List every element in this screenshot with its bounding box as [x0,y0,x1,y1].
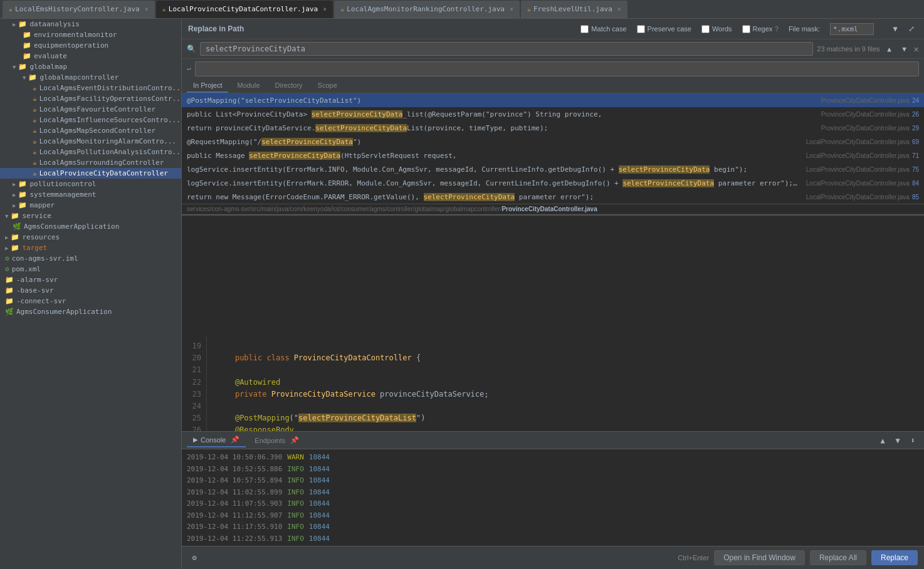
sidebar-item-dataanalysis[interactable]: 📁 dataanalysis [0,19,181,29]
sidebar-item-label: con-agms-svr.iml [12,254,78,263]
result-row[interactable]: return provinceCityDataService.selectPro… [182,121,924,135]
sidebar-item-LocalAgmsFavourite[interactable]: ☕ LocalAgmsFavouriteController [0,104,181,115]
arrow-icon [13,21,16,28]
tab-console[interactable]: ▶ Console 📌 [187,433,246,447]
sidebar-item-service[interactable]: 📁 service [0,211,181,221]
sidebar-item-environmentalmonitor[interactable]: 📁 environmentalmonitor [0,29,181,40]
result-row[interactable]: @RequestMapping("/selectProvinceCityData… [182,135,924,149]
filter-icon[interactable]: ▼ [889,23,901,35]
sidebar-item-evaluate[interactable]: 📁 evaluate [0,51,181,61]
sidebar-item-LocalAgmsInfluence[interactable]: ☕ LocalAgmsInfluenceSourcesContro... [0,115,181,125]
preserve-case-option[interactable]: Preserve case [637,25,691,33]
log-row: 2019-12-04 11:02:55.899 INFO 10844 [182,487,924,499]
tab-close-icon[interactable]: × [617,6,621,13]
tab-scope[interactable]: Scope [312,79,344,93]
file-mask-input[interactable] [830,23,874,35]
match-case-option[interactable]: Match case [580,25,626,33]
sidebar-item-LocalAgmsMapSecond[interactable]: ☕ LocalAgmsMapSecondController [0,125,181,136]
xml-icon: ⚙ [5,265,9,273]
sidebar-item-LocalAgmsPollution[interactable]: ☕ LocalAgmsPollutionAnalysisContro... [0,147,181,157]
sidebar-item-base-svr[interactable]: 📁 -base-svr [0,285,181,296]
arrow-icon [13,192,16,198]
sidebar-item-LocalAgmsEventDistribution[interactable]: ☕ LocalAgmsEventDistributionContro... [0,83,181,93]
result-file: LocalProvinceCityDataController.java69 [806,138,919,145]
sidebar-item-label: globalmap [29,63,67,71]
sidebar-item-LocalAgmsFacility[interactable]: ☕ LocalAgmsFacilityOperationsContr... [0,93,181,104]
replace-button[interactable]: Replace [871,550,918,565]
tab-close-icon[interactable]: × [323,6,327,13]
log-pid: 10844 [309,522,330,533]
log-level: INFO [287,522,304,533]
tab-module[interactable]: Module [231,79,266,93]
result-row[interactable]: logService.insertEntity(ErrorMark.INFO, … [182,162,924,176]
result-row[interactable]: return new Message(ErrorCodeEnum.PARAM_E… [182,190,924,204]
log-level: INFO [287,534,304,545]
scroll-up-btn[interactable]: ▲ [876,434,889,447]
regex-checkbox[interactable] [742,25,750,33]
match-count: 23 matches in 9 files [817,45,879,53]
result-row[interactable]: @PostMapping("selectProvinceCityDataList… [182,93,924,107]
sidebar-item-globalmap[interactable]: 📁 globalmap [0,61,181,72]
replace-all-button[interactable]: Replace All [810,550,866,565]
sidebar-item-LocalProvinceCity[interactable]: ☕ LocalProvinceCityDataController [0,168,181,179]
preserve-case-checkbox[interactable] [637,25,645,33]
regex-option[interactable]: Regex ? [742,25,779,33]
result-row[interactable]: logService.insertEntity(ErrorMark.ERROR,… [182,176,924,190]
sidebar-item-globalmapcontroller[interactable]: 📁 globalmapcontroller [0,72,181,83]
tab-FreshLevelUtil[interactable]: ☕ FreshLevelUtil.java × [521,1,627,18]
sidebar-item-label: pom.xml [12,265,41,273]
sidebar-item-systemmanagement[interactable]: 📁 systemmanagement [0,189,181,200]
sidebar-item-equipmentoperation[interactable]: 📁 equipmentoperation [0,40,181,51]
tab-LocalProvinceCityDataController[interactable]: ☕ LocalProvinceCityDataController.java × [156,1,333,18]
result-row[interactable]: public List<ProvinceCityData> selectProv… [182,107,924,121]
settings-icon[interactable]: ⚙ [188,551,201,564]
sidebar-item-LocalAgmsMonitoringAlarm[interactable]: ☕ LocalAgmsMonitoringAlarmContro... [0,136,181,147]
result-row[interactable]: public Message selectProvinceCityData(Ht… [182,149,924,162]
sidebar-item-LocalAgmsSurrounding[interactable]: ☕ LocalAgmsSurroundingController [0,157,181,168]
tab-in-project[interactable]: In Project [187,79,228,93]
code-area: 97 98 logService.insertEntity(ErrorMark.… [182,19,924,431]
sidebar-item-connect-svr[interactable]: 📁 -connect-svr [0,296,181,306]
open-in-find-window-button[interactable]: Open in Find Window [714,550,805,565]
path-bar: services/con-agms-svr/src/main/java/com/… [182,204,924,214]
match-case-label: Match case [591,25,626,33]
tab-close-icon[interactable]: × [510,6,513,13]
expand-icon[interactable]: ⤢ [905,23,918,35]
tab-directory[interactable]: Directory [269,79,309,93]
next-match-btn[interactable]: ▼ [899,43,910,55]
sidebar-item-AgmsConsumerApp1[interactable]: 🌿 AgmsConsumerApplication [0,221,181,232]
pin-icon[interactable]: 📌 [290,436,299,444]
prev-match-btn[interactable]: ▲ [884,43,895,55]
log-pid: 10844 [309,452,330,463]
close-search-btn[interactable]: ✕ [914,44,919,54]
match-case-checkbox[interactable] [580,25,589,33]
tab-close-icon[interactable]: × [145,6,149,13]
result-code: logService.insertEntity(ErrorMark.INFO, … [187,165,801,174]
sidebar-item-label: LocalAgmsPollutionAnalysisContro... [39,148,182,156]
sidebar-item-mapper[interactable]: 📁 mapper [0,200,181,211]
java-file-icon: ☕ [33,116,37,124]
log-row: 2019-12-04 11:17:55.910 INFO 10844 [182,521,924,533]
tab-endpoints[interactable]: Endpoints 📌 [248,434,305,447]
download-btn[interactable]: ⬇ [906,434,919,447]
words-option[interactable]: Words [701,25,732,33]
sidebar-item-label: LocalAgmsFacilityOperationsContr... [39,95,182,103]
search-input[interactable] [200,42,813,56]
tab-LocalAgmsMonitorRankingController[interactable]: ☕ LocalAgmsMonitorRankingController.java… [334,1,520,18]
sidebar-item-pom[interactable]: ⚙ pom.xml [0,264,181,274]
sidebar-item-iml[interactable]: ⚙ con-agms-svr.iml [0,253,181,264]
sidebar-item-resources[interactable]: 📁 resources [0,232,181,243]
words-checkbox[interactable] [701,25,710,33]
sidebar-item-label: AgmsConsumerApplication [24,222,119,231]
pin-icon[interactable]: 📌 [231,436,239,444]
folder-icon: 📁 [11,244,19,252]
replace-input[interactable] [195,61,919,76]
tab-LocalEmsHistoryController[interactable]: ☕ LocalEmsHistoryController.java × [3,1,155,18]
sidebar-item-alarm-svr[interactable]: 📁 -alarm-svr [0,274,181,285]
scroll-down-btn[interactable]: ▼ [891,434,904,447]
log-pid: 10844 [309,488,330,498]
sidebar-item-target[interactable]: 📁 target [0,243,181,253]
sidebar-item-pollutioncontrol[interactable]: 📁 pollutioncontrol [0,179,181,189]
sidebar-item-AgmsConsumerApp2[interactable]: 🌿 AgmsConsumerApplication [0,306,181,317]
log-level: INFO [287,488,304,498]
